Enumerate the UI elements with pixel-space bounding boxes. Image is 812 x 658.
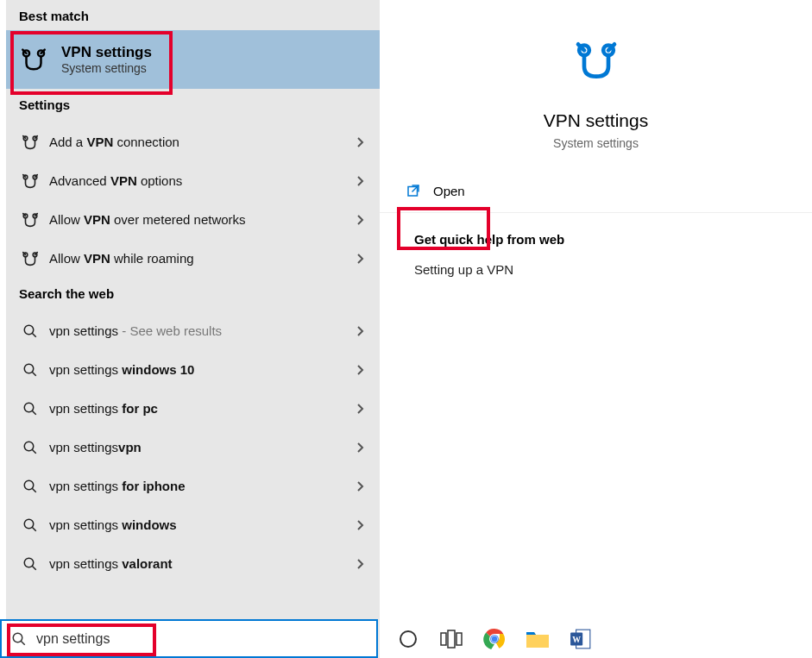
svg-rect-22 bbox=[441, 633, 446, 645]
settings-result[interactable]: Allow VPN over metered networks bbox=[6, 200, 380, 239]
svg-point-11 bbox=[24, 364, 34, 373]
settings-result[interactable]: Advanced VPN options bbox=[6, 161, 380, 200]
chevron-right-icon bbox=[356, 325, 364, 337]
preview-title: VPN settings bbox=[380, 110, 812, 131]
svg-rect-23 bbox=[448, 630, 455, 648]
best-match-title: VPN settings bbox=[61, 44, 152, 61]
taskbar: W bbox=[380, 619, 812, 658]
chevron-right-icon bbox=[356, 403, 364, 415]
open-button[interactable]: Open bbox=[380, 169, 812, 213]
web-result[interactable]: vpn settings windows 10 bbox=[6, 350, 380, 389]
chevron-right-icon bbox=[356, 519, 364, 531]
best-match-subtitle: System settings bbox=[61, 61, 152, 75]
search-icon bbox=[18, 552, 42, 576]
svg-text:W: W bbox=[572, 634, 581, 643]
search-icon bbox=[2, 631, 36, 647]
search-icon bbox=[18, 397, 42, 421]
file-explorer-icon[interactable] bbox=[525, 626, 551, 652]
cortana-icon[interactable] bbox=[395, 626, 421, 652]
search-bar[interactable] bbox=[0, 619, 378, 658]
web-list: vpn settings - See web resultsvpn settin… bbox=[6, 308, 380, 583]
svg-point-28 bbox=[492, 636, 498, 642]
svg-point-21 bbox=[400, 631, 416, 647]
preview-subtitle: System settings bbox=[380, 136, 812, 150]
svg-point-14 bbox=[24, 480, 34, 490]
web-result[interactable]: vpn settings windows bbox=[6, 505, 380, 544]
help-title: Get quick help from web bbox=[414, 232, 777, 247]
result-label: vpn settings - See web results bbox=[49, 323, 356, 338]
web-result[interactable]: vpn settings for iphone bbox=[6, 467, 380, 505]
chevron-right-icon bbox=[356, 214, 364, 226]
open-icon bbox=[406, 183, 421, 198]
chevron-right-icon bbox=[356, 175, 364, 187]
settings-result[interactable]: Add a VPN connection bbox=[6, 122, 380, 161]
web-result[interactable]: vpn settings - See web results bbox=[6, 311, 380, 350]
search-results-panel: Best match VPN settings System settings … bbox=[0, 0, 380, 658]
chevron-right-icon bbox=[356, 480, 364, 492]
chevron-right-icon bbox=[356, 442, 364, 454]
settings-list: Add a VPN connectionAdvanced VPN options… bbox=[6, 119, 380, 278]
task-view-icon[interactable] bbox=[438, 626, 464, 652]
search-icon bbox=[18, 474, 42, 498]
result-label: vpn settingsvpn bbox=[49, 440, 356, 454]
settings-result[interactable]: Allow VPN while roaming bbox=[6, 239, 380, 278]
section-header-best-match: Best match bbox=[6, 0, 380, 30]
search-icon bbox=[18, 513, 42, 537]
vpn-icon bbox=[570, 34, 622, 86]
result-label: vpn settings valorant bbox=[49, 556, 356, 571]
chevron-right-icon bbox=[356, 136, 364, 148]
best-match-text: VPN settings System settings bbox=[61, 44, 152, 75]
result-label: Allow VPN while roaming bbox=[49, 251, 356, 266]
result-label: vpn settings windows 10 bbox=[49, 362, 356, 377]
best-match-result[interactable]: VPN settings System settings bbox=[6, 30, 380, 89]
vpn-icon bbox=[18, 247, 42, 271]
chrome-icon[interactable] bbox=[482, 626, 507, 652]
svg-point-10 bbox=[24, 325, 34, 335]
result-label: vpn settings for pc bbox=[49, 401, 356, 416]
result-label: Advanced VPN options bbox=[49, 173, 356, 188]
search-icon bbox=[18, 436, 42, 460]
section-header-settings: Settings bbox=[6, 89, 380, 119]
web-result[interactable]: vpn settings for pc bbox=[6, 389, 380, 428]
open-label: Open bbox=[433, 184, 465, 198]
svg-rect-24 bbox=[456, 633, 462, 645]
svg-point-15 bbox=[24, 519, 34, 529]
help-link-setting-up-vpn[interactable]: Setting up a VPN bbox=[414, 262, 777, 277]
preview-panel: VPN settings System settings Open Get qu… bbox=[380, 0, 812, 658]
search-input[interactable] bbox=[36, 631, 376, 647]
result-label: Allow VPN over metered networks bbox=[49, 212, 356, 227]
vpn-icon bbox=[18, 208, 42, 232]
search-icon bbox=[18, 319, 42, 343]
result-label: vpn settings windows bbox=[49, 517, 356, 532]
svg-point-16 bbox=[24, 558, 34, 567]
vpn-icon bbox=[18, 44, 49, 75]
chevron-right-icon bbox=[356, 253, 364, 265]
chevron-right-icon bbox=[356, 558, 364, 570]
vpn-icon bbox=[18, 169, 42, 193]
vpn-icon bbox=[18, 130, 42, 154]
chevron-right-icon bbox=[356, 364, 364, 376]
search-icon bbox=[18, 358, 42, 382]
svg-point-20 bbox=[13, 633, 22, 642]
result-label: Add a VPN connection bbox=[49, 135, 356, 149]
word-icon[interactable]: W bbox=[568, 626, 594, 652]
section-header-web: Search the web bbox=[6, 278, 380, 308]
result-label: vpn settings for iphone bbox=[49, 479, 356, 493]
web-result[interactable]: vpn settings valorant bbox=[6, 544, 380, 583]
svg-point-13 bbox=[24, 442, 34, 451]
svg-point-12 bbox=[24, 403, 34, 412]
web-result[interactable]: vpn settingsvpn bbox=[6, 428, 380, 467]
